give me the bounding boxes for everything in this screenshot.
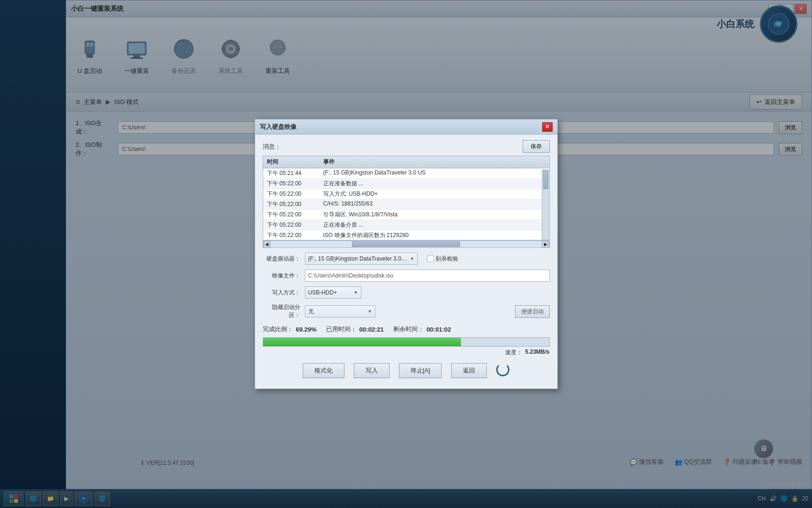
remaining-label: 剩余时间：	[393, 325, 424, 333]
elapsed-label: 已用时间：	[326, 325, 357, 333]
log-event: ISO 映像文件的扇区数为 2129280	[323, 231, 546, 239]
speed-value: 5.23MB/s	[525, 349, 549, 357]
scroll-track[interactable]	[271, 241, 542, 247]
log-row: 下午 05:22:00 C/H/S: 1881/255/63	[263, 199, 549, 210]
remaining-item: 剩余时间： 00:01:02	[393, 325, 451, 333]
log-row: 下午 05:22:00 ISO 映像文件的扇区数为 2129280	[263, 230, 549, 239]
save-button[interactable]: 保存	[523, 140, 550, 153]
message-header: 消息： 保存	[263, 140, 550, 153]
write-mode-label: 写入方式：	[263, 289, 300, 297]
quick-start-container: 便捷启动	[515, 305, 550, 318]
speed-label: 速度：	[505, 349, 522, 357]
drive-dropdown-arrow: ▼	[410, 256, 414, 261]
log-event: 引导扇区: Win10/8.1/8/7/Vista	[323, 211, 546, 219]
write-disk-dialog: 写入硬盘映像 ✕ 消息： 保存 时间 事件 下午 05:21:44 (F:, 1…	[255, 119, 558, 389]
scroll-thumb[interactable]	[352, 241, 461, 247]
stop-button[interactable]: 终止[A]	[399, 363, 442, 378]
write-mode-value: USB-HDD+	[308, 289, 337, 296]
log-row: 下午 05:22:00 正在准备介质 ...	[263, 220, 549, 230]
log-table-container: 时间 事件 下午 05:21:44 (F:, 15 GB)Kingston Da…	[263, 156, 550, 240]
write-mode-selector[interactable]: USB-HDD+ ▼	[305, 286, 361, 299]
progress-info-row: 完成比例： 69.29% 已用时间： 00:02:21 剩余时间： 00:01:…	[263, 325, 550, 333]
dialog-title: 写入硬盘映像	[260, 123, 542, 131]
log-event: 正在准备介质 ...	[323, 221, 546, 229]
drive-value: (F:, 15 GB)Kingston DataTraveler 3.0 US	[308, 255, 408, 262]
burn-verify-checkbox[interactable]	[427, 255, 434, 262]
log-row: 下午 05:22:00 写入方式: USB-HDD+	[263, 189, 549, 199]
log-event: (F:, 15 GB)Kingston DataTraveler 3.0 US	[323, 169, 546, 177]
message-label: 消息：	[263, 143, 281, 151]
log-row: 下午 05:21:44 (F:, 15 GB)Kingston DataTrav…	[263, 168, 549, 179]
scrollbar-thumb[interactable]	[543, 170, 548, 189]
loading-spinner	[496, 363, 509, 376]
log-header-time: 时间	[267, 158, 323, 166]
speed-row: 速度： 5.23MB/s	[263, 349, 550, 357]
log-table-header: 时间 事件	[263, 156, 549, 168]
log-row: 下午 05:22:00 引导扇区: Win10/8.1/8/7/Vista	[263, 210, 549, 220]
progress-label: 完成比例：	[263, 325, 293, 333]
log-time: 下午 05:21:44	[267, 169, 323, 177]
log-time: 下午 05:22:00	[267, 190, 323, 198]
burn-verify-area: 刻录检验	[427, 255, 458, 263]
log-row: 下午 05:22:00 正在准备数据 ...	[263, 179, 549, 189]
log-header-event: 事件	[323, 158, 546, 166]
log-time: 下午 05:22:00	[267, 231, 323, 239]
log-event: 写入方式: USB-HDD+	[323, 190, 546, 198]
log-time: 下午 05:22:00	[267, 200, 323, 208]
log-event: 正在准备数据 ...	[323, 180, 546, 188]
hidden-partition-row: 隐藏启动分区： 无 ▼ 便捷启动	[263, 303, 550, 319]
horizontal-scrollbar[interactable]: ◀ ▶	[263, 240, 550, 248]
drive-row: 硬盘驱动器： (F:, 15 GB)Kingston DataTraveler …	[263, 253, 550, 265]
hidden-partition-label: 隐藏启动分区：	[263, 303, 300, 319]
dialog-body: 消息： 保存 时间 事件 下午 05:21:44 (F:, 15 GB)King…	[255, 135, 557, 389]
remaining-value: 00:01:02	[427, 326, 451, 333]
image-label: 映像文件：	[263, 272, 300, 280]
drive-label: 硬盘驱动器：	[263, 255, 300, 263]
hidden-partition-value: 无	[308, 308, 314, 316]
log-rows[interactable]: 下午 05:21:44 (F:, 15 GB)Kingston DataTrav…	[263, 168, 549, 239]
log-time: 下午 05:22:00	[267, 180, 323, 188]
quick-start-button[interactable]: 便捷启动	[515, 305, 550, 318]
elapsed-item: 已用时间： 00:02:21	[326, 325, 384, 333]
progress-item: 完成比例： 69.29%	[263, 325, 317, 333]
dialog-titlebar: 写入硬盘映像 ✕	[255, 119, 557, 135]
burn-verify-label: 刻录检验	[436, 255, 458, 263]
write-button[interactable]: 写入	[354, 363, 390, 378]
dialog-overlay: 写入硬盘映像 ✕ 消息： 保存 时间 事件 下午 05:21:44 (F:, 1…	[0, 0, 812, 508]
dialog-close-button[interactable]: ✕	[542, 122, 553, 132]
scroll-left-arrow[interactable]: ◀	[263, 240, 271, 248]
image-input[interactable]	[305, 270, 550, 282]
log-event: C/H/S: 1881/255/63	[323, 200, 546, 208]
write-dropdown-arrow: ▼	[354, 290, 358, 295]
hidden-dropdown-arrow: ▼	[368, 309, 372, 314]
drive-selector[interactable]: (F:, 15 GB)Kingston DataTraveler 3.0 US …	[305, 253, 418, 265]
log-time: 下午 05:22:00	[267, 211, 323, 219]
format-button[interactable]: 格式化	[303, 363, 344, 378]
hidden-partition-selector[interactable]: 无 ▼	[305, 305, 375, 318]
log-time: 下午 05:22:00	[267, 221, 323, 229]
write-mode-row: 写入方式： USB-HDD+ ▼	[263, 286, 550, 299]
image-row: 映像文件：	[263, 270, 550, 282]
scroll-right-arrow[interactable]: ▶	[542, 240, 549, 248]
action-buttons: 格式化 写入 终止[A] 返回	[263, 363, 550, 383]
elapsed-value: 00:02:21	[359, 326, 384, 333]
progress-bar-fill	[263, 338, 461, 346]
progress-value: 69.29%	[296, 326, 317, 333]
vertical-scrollbar[interactable]	[542, 169, 549, 240]
back-dialog-button[interactable]: 返回	[451, 363, 487, 378]
progress-bar-container	[263, 337, 550, 347]
